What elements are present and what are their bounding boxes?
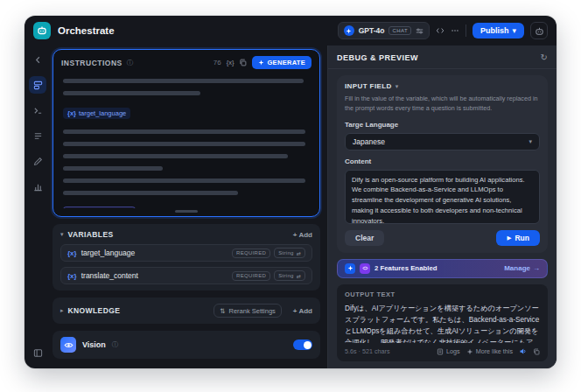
- input-field-description: Fill in the value of the variable, which…: [345, 94, 540, 114]
- manage-features-link[interactable]: Manage →: [504, 264, 540, 272]
- publish-button[interactable]: Publish ▾: [472, 23, 524, 38]
- skeleton-line: [63, 91, 200, 95]
- prompt-editor[interactable]: {x} target_language {x} translate_conten…: [61, 69, 312, 208]
- more-options-icon[interactable]: [451, 26, 459, 35]
- chevron-right-icon[interactable]: ▸: [60, 307, 64, 314]
- add-variable-button[interactable]: + Add: [293, 231, 312, 239]
- braces-icon: {x}: [67, 249, 77, 257]
- variables-section: ▾ VARIABLES + Add {x} target_language RE…: [52, 224, 320, 290]
- content-textarea[interactable]: Dify is an open-source platform for buil…: [345, 170, 540, 224]
- required-badge: REQUIRED: [232, 248, 270, 258]
- knowledge-title: KNOWLEDGE: [68, 306, 121, 315]
- chevron-down-icon: ▾: [512, 26, 516, 35]
- scroll-indicator[interactable]: [175, 210, 198, 213]
- header-divider: [466, 24, 466, 37]
- variables-title: VARIABLES: [68, 230, 114, 239]
- info-icon: ⓘ: [112, 340, 119, 349]
- swap-type-icon: ⇄: [297, 250, 301, 256]
- output-section: OUTPUT TEXT Difyは、AIアプリケーションを構築するためのオープン…: [337, 284, 548, 361]
- feature-icon-2: [360, 263, 370, 274]
- info-icon: ⓘ: [127, 59, 134, 67]
- logs-button[interactable]: Logs: [437, 347, 460, 355]
- model-provider-icon: [344, 25, 354, 36]
- feature-icon-1: [345, 263, 355, 274]
- add-knowledge-button[interactable]: + Add: [293, 307, 312, 315]
- braces-icon: {x}: [67, 272, 77, 280]
- output-meta: 5.6s · 521 chars: [345, 347, 390, 355]
- copy-output-button[interactable]: [533, 348, 540, 355]
- sidebar-item-annotation[interactable]: [29, 152, 46, 170]
- chevron-down-icon[interactable]: ▾: [60, 231, 64, 238]
- sidebar-item-orchestrate[interactable]: [29, 76, 46, 94]
- instructions-title: INSTRUCTIONS: [61, 59, 122, 67]
- vision-section: Vision ⓘ: [52, 331, 320, 359]
- vision-eye-icon: [60, 337, 76, 353]
- debug-preview-panel: DEBUG & PREVIEW ↻ INPUT FIELD ▾ Fill in …: [327, 46, 556, 368]
- collapse-panel-icon[interactable]: [29, 344, 46, 361]
- arrow-right-icon: →: [533, 264, 540, 272]
- sidebar-item-monitoring[interactable]: [29, 178, 46, 195]
- output-title: OUTPUT TEXT: [345, 290, 540, 298]
- app-window: Orchestrate GPT-4o CHAT: [24, 16, 556, 368]
- variable-chip-target-language[interactable]: {x} target_language: [63, 108, 130, 119]
- knowledge-section: ▸ KNOWLEDGE ⇅ Rerank Settings + Add: [52, 298, 320, 324]
- skeleton-line: [63, 166, 163, 171]
- vision-toggle[interactable]: [293, 340, 312, 350]
- skeleton-line: [63, 191, 238, 195]
- char-count: 76: [214, 59, 221, 66]
- assistant-button[interactable]: [530, 22, 548, 39]
- page-title: Orchestrate: [58, 25, 115, 36]
- sidebar-item-api[interactable]: [29, 102, 46, 119]
- sparkle-icon: [258, 60, 264, 66]
- vision-label: Vision: [82, 340, 106, 349]
- play-icon: ▶: [507, 234, 511, 242]
- rerank-icon: ⇅: [220, 307, 225, 315]
- target-language-select[interactable]: Japanese ▾: [345, 133, 540, 150]
- run-button[interactable]: ▶ Run: [496, 230, 540, 246]
- divider: [328, 68, 556, 69]
- features-bar: 2 Features Enabled Manage →: [337, 259, 548, 278]
- target-language-label: Targe Language: [345, 121, 540, 129]
- dify-logo-icon: [33, 22, 51, 39]
- sidebar-item-logs[interactable]: [29, 127, 46, 144]
- type-badge[interactable]: String ⇄: [274, 248, 305, 258]
- instructions-card: INSTRUCTIONS ⓘ 76 {x} GENERATE: [52, 49, 320, 217]
- model-params-icon[interactable]: [416, 27, 424, 35]
- type-badge[interactable]: String ⇄: [274, 270, 305, 281]
- orchestrate-canvas: INSTRUCTIONS ⓘ 76 {x} GENERATE: [51, 46, 327, 368]
- chevron-down-icon: ▾: [528, 138, 532, 145]
- variable-row-translate-content[interactable]: {x} translate_content REQUIRED String ⇄: [60, 267, 312, 284]
- clear-button[interactable]: Clear: [345, 230, 384, 246]
- swap-type-icon: ⇄: [297, 273, 301, 279]
- debug-title: DEBUG & PREVIEW: [337, 53, 418, 62]
- logs-icon: [437, 348, 444, 355]
- skeleton-line: [63, 178, 305, 183]
- more-like-this-button[interactable]: More like this: [466, 347, 513, 355]
- app-header: Orchestrate GPT-4o CHAT: [24, 16, 556, 46]
- skeleton-line: [63, 142, 305, 146]
- input-field-header[interactable]: INPUT FIELD ▾: [345, 82, 540, 90]
- model-name: GPT-4o: [359, 26, 385, 35]
- copy-icon[interactable]: [239, 59, 247, 66]
- variable-chip-translate-content[interactable]: {x} translate_content: [63, 206, 136, 208]
- required-badge: REQUIRED: [232, 271, 270, 281]
- api-doc-icon[interactable]: [436, 26, 444, 35]
- rerank-settings-button[interactable]: ⇅ Rerank Settings: [214, 304, 282, 318]
- refresh-icon[interactable]: ↻: [541, 52, 548, 62]
- speaker-button[interactable]: [519, 347, 527, 355]
- model-selector[interactable]: GPT-4o CHAT: [338, 22, 430, 39]
- chevron-down-icon: ▾: [396, 83, 399, 90]
- sparkle-icon: [466, 348, 473, 355]
- generate-button[interactable]: GENERATE: [252, 56, 312, 69]
- insert-variable-icon[interactable]: {x}: [227, 59, 234, 66]
- model-mode-badge: CHAT: [388, 26, 411, 35]
- copy-icon: [533, 348, 540, 355]
- skeleton-line: [63, 79, 304, 83]
- skeleton-line: [63, 154, 288, 158]
- skeleton-line: [63, 130, 305, 134]
- content-label: Content: [345, 158, 540, 165]
- variable-row-target-language[interactable]: {x} target_language REQUIRED String ⇄: [60, 244, 312, 262]
- left-sidebar: [24, 46, 51, 368]
- back-icon[interactable]: [29, 51, 46, 68]
- features-label: 2 Features Enabled: [374, 264, 438, 272]
